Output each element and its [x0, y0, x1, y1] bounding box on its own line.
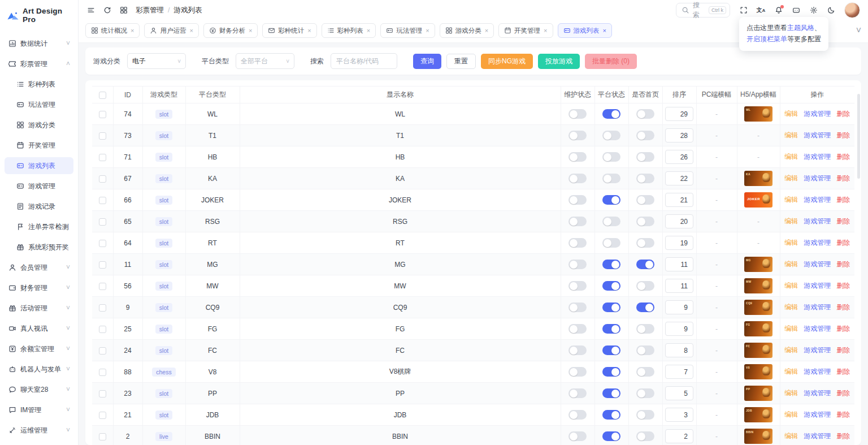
maintenance-toggle[interactable]: [568, 367, 587, 377]
h5-banner-image[interactable]: MW: [744, 278, 772, 293]
tabbar-collapse-icon[interactable]: ˅: [856, 25, 861, 36]
tab-财务分析[interactable]: 财务分析×: [203, 23, 258, 38]
edit-action[interactable]: 编辑: [784, 324, 798, 334]
sort-input[interactable]: [665, 214, 693, 228]
platform-status-toggle[interactable]: [602, 345, 620, 355]
edit-action[interactable]: 编辑: [784, 281, 798, 291]
sort-input[interactable]: [665, 279, 693, 293]
manage-game-action[interactable]: 游戏管理: [804, 195, 831, 205]
maintenance-toggle[interactable]: [568, 345, 587, 355]
homepage-toggle[interactable]: [636, 303, 654, 312]
homepage-toggle[interactable]: [636, 345, 654, 355]
homepage-toggle[interactable]: [636, 131, 654, 140]
platform-status-toggle[interactable]: [602, 217, 620, 226]
row-checkbox[interactable]: [99, 218, 106, 226]
category-select[interactable]: 电子 ˅: [127, 53, 186, 69]
homepage-toggle[interactable]: [636, 195, 654, 205]
h5-banner-image[interactable]: JDB: [744, 407, 772, 422]
bell-icon[interactable]: [774, 6, 783, 15]
homepage-toggle[interactable]: [636, 109, 654, 119]
platform-status-toggle[interactable]: [602, 388, 620, 398]
plain-button[interactable]: 重置: [446, 54, 476, 69]
manage-game-action[interactable]: 游戏管理: [804, 410, 831, 420]
primary-button[interactable]: 查询: [413, 54, 441, 69]
maintenance-toggle[interactable]: [568, 281, 587, 291]
h5-banner-image[interactable]: FC: [744, 343, 772, 358]
sort-input[interactable]: [665, 322, 693, 336]
sidebar-item-开奖管理[interactable]: 开奖管理: [5, 137, 73, 154]
sort-input[interactable]: [665, 107, 693, 121]
close-icon[interactable]: ×: [485, 27, 488, 34]
warning-button[interactable]: 同步NG游戏: [481, 54, 533, 69]
manage-game-action[interactable]: 游戏管理: [804, 303, 831, 312]
edit-action[interactable]: 编辑: [784, 174, 798, 183]
fullscreen-icon[interactable]: [739, 6, 748, 15]
delete-action[interactable]: 删除: [836, 195, 850, 205]
sidebar-item-系统彩预开奖[interactable]: 系统彩预开奖: [5, 239, 73, 256]
edit-action[interactable]: 编辑: [784, 410, 798, 420]
h5-banner-image[interactable]: PP: [744, 386, 772, 401]
close-icon[interactable]: ×: [189, 27, 193, 34]
delete-action[interactable]: 删除: [836, 345, 850, 355]
platform-status-toggle[interactable]: [602, 324, 620, 334]
sort-input[interactable]: [665, 343, 693, 357]
sidebar-item-彩种列表[interactable]: 彩种列表: [5, 76, 73, 93]
delete-action[interactable]: 删除: [836, 367, 850, 377]
row-checkbox[interactable]: [99, 390, 106, 398]
homepage-toggle[interactable]: [636, 260, 654, 269]
success-button[interactable]: 投放游戏: [538, 54, 580, 69]
delete-action[interactable]: 删除: [836, 431, 850, 441]
manage-game-action[interactable]: 游戏管理: [804, 152, 831, 162]
row-checkbox[interactable]: [99, 347, 106, 355]
edit-action[interactable]: 编辑: [784, 388, 798, 398]
homepage-toggle[interactable]: [636, 217, 654, 226]
grid-icon[interactable]: [119, 6, 128, 15]
tab-统计概况[interactable]: 统计概况×: [85, 23, 140, 38]
row-checkbox[interactable]: [99, 283, 106, 290]
close-icon[interactable]: ×: [367, 27, 370, 34]
delete-action[interactable]: 删除: [836, 174, 850, 183]
h5-banner-image[interactable]: KA: [744, 171, 772, 186]
close-icon[interactable]: ×: [603, 27, 606, 34]
danger-disabled-button[interactable]: 批量删除 (0): [585, 54, 637, 69]
sort-input[interactable]: [665, 386, 693, 400]
h5-banner-image[interactable]: JOKER: [744, 192, 772, 208]
sidebar-item-系统管理[interactable]: 系统管理˅: [5, 442, 73, 445]
sidebar-item-数据统计[interactable]: 数据统计˅: [5, 35, 73, 52]
sort-input[interactable]: [665, 300, 693, 314]
row-checkbox[interactable]: [99, 175, 106, 183]
manage-game-action[interactable]: 游戏管理: [804, 324, 831, 334]
close-icon[interactable]: ×: [544, 27, 547, 34]
close-icon[interactable]: ×: [249, 27, 252, 34]
sidebar-item-IM管理[interactable]: IM管理˅: [5, 401, 73, 418]
edit-action[interactable]: 编辑: [784, 367, 798, 377]
manage-game-action[interactable]: 游戏管理: [804, 281, 831, 291]
close-icon[interactable]: ×: [307, 27, 311, 34]
refresh-icon[interactable]: [103, 6, 111, 15]
platform-status-toggle[interactable]: [602, 238, 620, 248]
platform-status-toggle[interactable]: [602, 195, 620, 205]
maintenance-toggle[interactable]: [568, 324, 587, 334]
delete-action[interactable]: 删除: [836, 152, 850, 162]
homepage-toggle[interactable]: [636, 410, 654, 420]
homepage-toggle[interactable]: [636, 238, 654, 248]
edit-action[interactable]: 编辑: [784, 431, 798, 441]
row-checkbox[interactable]: [99, 154, 106, 161]
sort-input[interactable]: [665, 408, 693, 422]
sidebar-item-注单异常检测[interactable]: 注单异常检测: [5, 218, 73, 235]
tab-开奖管理[interactable]: 开奖管理×: [498, 23, 553, 38]
manage-game-action[interactable]: 游戏管理: [804, 174, 831, 183]
homepage-toggle[interactable]: [636, 324, 654, 334]
sidebar-item-余额宝管理[interactable]: 余额宝管理˅: [5, 340, 73, 357]
platform-status-toggle[interactable]: [602, 410, 620, 420]
maintenance-toggle[interactable]: [568, 410, 587, 420]
sort-input[interactable]: [665, 150, 693, 164]
edit-action[interactable]: 编辑: [784, 195, 798, 205]
manage-game-action[interactable]: 游戏管理: [804, 345, 831, 355]
platform-status-toggle[interactable]: [602, 431, 620, 441]
maintenance-toggle[interactable]: [568, 174, 587, 183]
edit-action[interactable]: 编辑: [784, 131, 798, 140]
manage-game-action[interactable]: 游戏管理: [804, 217, 831, 226]
sort-input[interactable]: [665, 171, 693, 185]
row-checkbox[interactable]: [99, 261, 106, 269]
